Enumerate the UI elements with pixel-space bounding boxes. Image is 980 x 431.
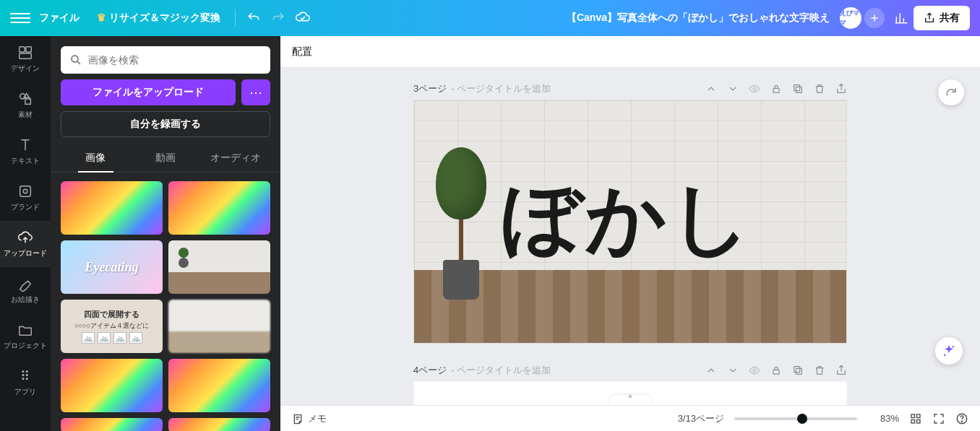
page-title-input[interactable]: - ページタイトルを追加	[451, 364, 551, 377]
bottom-bar: メモ 3/13ページ 83%	[280, 405, 980, 431]
upload-thumb[interactable]	[168, 418, 270, 431]
cloud-sync-icon[interactable]	[291, 6, 315, 30]
avatar[interactable]: えびママ	[840, 7, 861, 29]
file-menu[interactable]: ファイル	[30, 7, 88, 29]
record-self-button[interactable]: 自分を録画する	[61, 111, 270, 137]
lock-icon[interactable]	[770, 365, 782, 376]
fullscreen-button[interactable]	[932, 412, 945, 425]
page-tools	[705, 365, 847, 376]
lock-icon[interactable]	[770, 83, 782, 95]
upload-file-button[interactable]: ファイルをアップロード	[61, 79, 236, 105]
svg-rect-2	[20, 53, 32, 58]
svg-rect-1	[26, 47, 31, 52]
page-down-button[interactable]	[727, 83, 739, 95]
left-rail: デザイン 素材 テキスト ブランド アップロード お絵描き プロジェクト ⠿アプ…	[0, 36, 51, 431]
page-up-button[interactable]	[705, 365, 717, 376]
svg-rect-4	[25, 99, 30, 104]
upload-thumb[interactable]	[168, 240, 270, 294]
tab-images[interactable]: 画像	[61, 144, 131, 172]
rail-brand[interactable]: ブランド	[0, 175, 51, 221]
duplicate-icon[interactable]	[792, 83, 804, 95]
svg-rect-13	[773, 370, 779, 374]
grid-view-button[interactable]	[909, 412, 922, 425]
page-canvas-3[interactable]: ぼかし	[413, 100, 847, 344]
rail-draw[interactable]: お絵描き	[0, 267, 51, 313]
search-input[interactable]	[88, 54, 262, 66]
svg-point-12	[753, 369, 756, 372]
context-toolbar: 配置	[280, 36, 980, 68]
ai-assist-button[interactable]	[935, 337, 963, 365]
page-counter[interactable]: 3/13ページ	[678, 412, 724, 425]
share-page-icon[interactable]	[835, 83, 847, 95]
upload-more-button[interactable]: ⋯	[241, 79, 270, 105]
svg-rect-19	[917, 414, 921, 418]
canvas-area: 配置 3ページ - ページタイトルを追加	[280, 36, 980, 405]
side-panel: ファイルをアップロード ⋯ 自分を録画する 画像 動画 オーディオ Eyecat…	[51, 36, 280, 431]
svg-point-7	[72, 56, 78, 62]
position-button[interactable]: 配置	[292, 45, 312, 58]
page-title-input[interactable]: - ページタイトルを追加	[451, 82, 551, 95]
help-button[interactable]	[955, 412, 968, 425]
svg-rect-20	[911, 419, 915, 423]
zoom-value[interactable]: 83%	[867, 413, 899, 424]
refresh-button[interactable]	[938, 79, 964, 105]
resize-magic-menu[interactable]: ♛リサイズ＆マジック変換	[88, 7, 229, 29]
svg-rect-18	[911, 414, 915, 418]
visibility-icon[interactable]	[749, 365, 760, 376]
svg-point-8	[753, 87, 756, 90]
page-tools	[705, 83, 847, 95]
tab-video[interactable]: 動画	[131, 144, 201, 172]
upload-thumb[interactable]	[168, 181, 270, 235]
zoom-knob[interactable]	[797, 414, 807, 424]
top-bar: ファイル ♛リサイズ＆マジック変換 【Canva】写真全体への「ぼかし」でおしゃ…	[0, 0, 980, 36]
rail-projects[interactable]: プロジェクト	[0, 313, 51, 360]
page-up-button[interactable]	[705, 83, 717, 95]
crown-icon: ♛	[97, 12, 106, 23]
svg-point-16	[953, 346, 955, 348]
upload-thumb[interactable]	[168, 300, 270, 353]
undo-button[interactable]	[241, 6, 266, 30]
zoom-slider[interactable]	[734, 417, 857, 420]
upload-thumb[interactable]	[61, 418, 163, 431]
page-block-3: 3ページ - ページタイトルを追加 ぼかし	[413, 82, 847, 344]
expand-thumbnails-handle[interactable]: ˄	[610, 395, 650, 405]
share-page-icon[interactable]	[835, 365, 847, 376]
page-number: 4ページ	[413, 364, 447, 377]
add-member-button[interactable]	[864, 8, 885, 28]
visibility-icon[interactable]	[749, 83, 760, 95]
plant-graphic	[436, 147, 486, 300]
menu-button[interactable]	[10, 8, 30, 28]
rail-design[interactable]: デザイン	[0, 36, 51, 82]
svg-rect-9	[773, 88, 779, 92]
rail-elements[interactable]: 素材	[0, 82, 51, 129]
upload-thumb[interactable]: Eyecating	[61, 240, 163, 294]
rail-apps[interactable]: ⠿アプリ	[0, 360, 51, 406]
svg-point-23	[961, 421, 962, 422]
analytics-button[interactable]	[889, 6, 914, 30]
redo-button[interactable]	[266, 6, 291, 30]
document-title[interactable]: 【Canva】写真全体への「ぼかし」でおしゃれな文字映え	[567, 12, 837, 25]
svg-rect-5	[20, 186, 31, 197]
upload-thumb[interactable]	[61, 359, 163, 412]
svg-rect-10	[796, 87, 801, 92]
rail-upload[interactable]: アップロード	[0, 221, 51, 267]
upload-thumb[interactable]	[168, 359, 270, 412]
canvas-scroll[interactable]: 3ページ - ページタイトルを追加 ぼかし	[280, 68, 980, 405]
share-button[interactable]: 共有	[914, 6, 970, 30]
delete-icon[interactable]	[814, 365, 825, 376]
upload-thumb[interactable]	[61, 181, 163, 235]
notes-button[interactable]: メモ	[292, 412, 327, 425]
separator	[235, 9, 236, 27]
page-number: 3ページ	[413, 82, 447, 95]
upload-thumb[interactable]: 四面で展開する ○○○○アイテム４選などに 🚲🚲🚲🚲	[61, 300, 163, 353]
svg-rect-14	[796, 368, 801, 374]
page-down-button[interactable]	[727, 365, 739, 376]
delete-icon[interactable]	[814, 83, 825, 95]
duplicate-icon[interactable]	[792, 365, 804, 376]
canvas-text[interactable]: ぼかし	[501, 165, 832, 273]
rail-text[interactable]: テキスト	[0, 129, 51, 175]
tab-audio[interactable]: オーディオ	[200, 144, 270, 172]
search-input-wrap[interactable]	[61, 46, 270, 74]
thumbnail-scroll[interactable]: Eyecating 四面で展開する ○○○○アイテム４選などに 🚲🚲🚲🚲	[51, 173, 280, 431]
svg-rect-21	[917, 419, 921, 423]
